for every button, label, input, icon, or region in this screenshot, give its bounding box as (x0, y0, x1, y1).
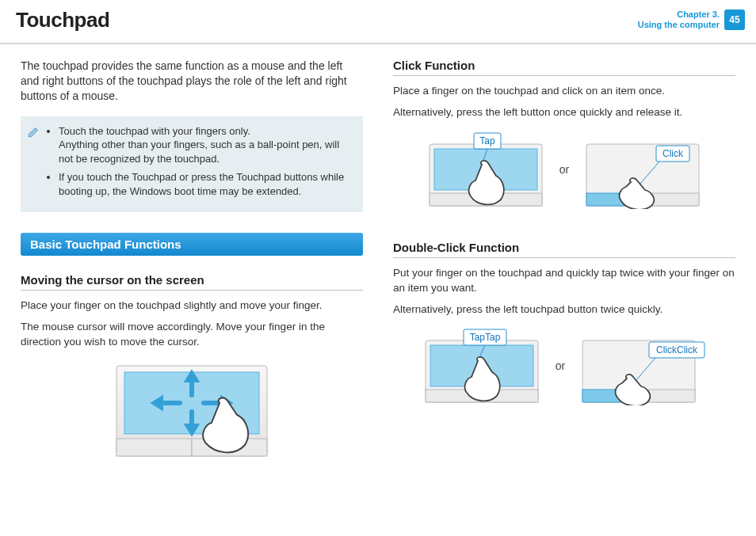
touchpad-tap-illustration: Tap (426, 130, 545, 209)
or-text-dclick: or (556, 359, 565, 372)
note-list: Touch the touchpad with your fingers onl… (49, 124, 353, 203)
page-header: Touchpad Chapter 3. Using the computer 4… (0, 0, 756, 44)
note-item-1-line1: Touch the touchpad with your fingers onl… (59, 125, 250, 137)
chapter-line-1: Chapter 3. (638, 10, 720, 20)
heading-moving-cursor: Moving the cursor on the screen (21, 273, 363, 291)
section-bar-basic-functions: Basic Touchpad Functions (21, 233, 363, 256)
taptap-label: TapTap (469, 332, 500, 343)
chapter-block: Chapter 3. Using the computer 45 (638, 8, 745, 30)
chapter-line-2: Using the computer (638, 20, 720, 30)
figure-double-click-function: TapTap or ClickClick (393, 326, 735, 405)
intro-paragraph: The touchpad provides the same function … (21, 59, 363, 104)
chapter-text: Chapter 3. Using the computer (638, 10, 720, 30)
page-title: Touchpad (16, 8, 109, 32)
touchpad-arrows-illustration (109, 359, 275, 462)
moving-cursor-p1: Place your finger on the touchpad slight… (21, 298, 363, 314)
left-column: The touchpad provides the same function … (21, 59, 363, 485)
figure-moving-cursor (21, 359, 363, 462)
note-item-1-line2: Anything other than your fingers, such a… (59, 139, 339, 165)
double-click-p2: Alternatively, press the left touchpad b… (393, 302, 735, 317)
touchpad-taptap-illustration: TapTap (422, 326, 541, 405)
note-icon (27, 124, 43, 203)
svg-rect-1 (116, 439, 192, 456)
page-number-badge: 45 (724, 10, 745, 30)
click-function-p2: Alternatively, press the left button onc… (393, 105, 735, 120)
figure-click-function: Tap or Click (393, 130, 735, 209)
touchpad-click-illustration: Click (583, 130, 702, 209)
note-box: Touch the touchpad with your fingers onl… (21, 116, 363, 213)
double-click-p1: Put your finger on the touchpad and quic… (393, 266, 735, 296)
moving-cursor-p2: The mouse cursor will move accordingly. … (21, 320, 363, 350)
note-item-1: Touch the touchpad with your fingers onl… (59, 124, 353, 166)
heading-double-click-function: Double-Click Function (393, 241, 735, 258)
or-text-click: or (559, 163, 569, 176)
touchpad-clickclick-illustration: ClickClick (579, 326, 706, 405)
tap-label: Tap (479, 135, 495, 146)
clickclick-label: ClickClick (656, 344, 698, 355)
content-columns: The touchpad provides the same function … (0, 44, 756, 485)
click-label: Click (662, 148, 684, 159)
note-item-2: If you touch the Touchpad or press the T… (59, 170, 353, 198)
right-column: Click Function Place a finger on the tou… (393, 59, 735, 485)
heading-click-function: Click Function (393, 59, 735, 76)
click-function-p1: Place a finger on the touchpad and click… (393, 84, 735, 99)
